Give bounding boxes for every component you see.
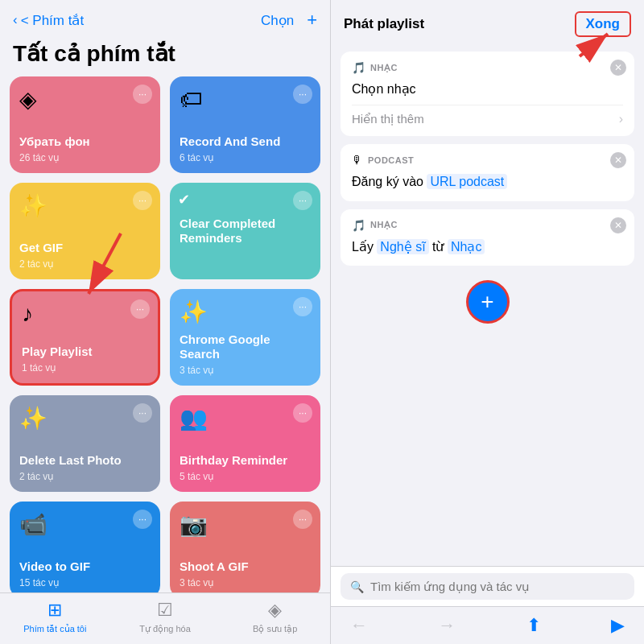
chevron-left-icon: ‹ bbox=[13, 12, 18, 28]
gallery-icon: ◈ bbox=[268, 600, 282, 621]
card-subtitle: 5 tác vụ bbox=[180, 471, 311, 482]
card-title: Video to GIF bbox=[19, 559, 151, 574]
right-panel: Phát playlist Xong 🎵 NHẠC ✕ Chọn nhạc Hi… bbox=[330, 0, 644, 644]
music-icon: ♪ bbox=[22, 301, 148, 327]
action-main-text: Đăng ký vào URL podcast bbox=[352, 173, 623, 191]
card-title: Убрать фон bbox=[19, 134, 151, 149]
shortcut-card-birthday[interactable]: ··· 👥 Birthday Reminder 5 tác vụ bbox=[170, 395, 320, 492]
check-icon: ✔ bbox=[178, 191, 190, 208]
podcast-icon: 🎙 bbox=[352, 154, 363, 167]
shortcut-card-video-gif[interactable]: ··· 📹 Video to GIF 15 tác vụ bbox=[10, 502, 160, 592]
card-icon: 🏷 bbox=[180, 86, 311, 113]
redo-button[interactable]: → bbox=[438, 615, 456, 636]
nav-gallery[interactable]: ◈ Bộ sưu tập bbox=[220, 600, 330, 634]
nav-label: Bộ sưu tập bbox=[253, 624, 297, 634]
add-action-button[interactable]: + bbox=[466, 280, 510, 324]
shortcut-card-play-playlist[interactable]: ··· ♪ Play Playlist 1 tác vụ bbox=[10, 289, 160, 386]
card-subtitle: 26 tác vụ bbox=[19, 152, 151, 163]
card-title: Delete Last Photo bbox=[19, 453, 151, 468]
nav-label: Tự động hóa bbox=[139, 624, 191, 634]
category-label: NHẠC bbox=[370, 63, 398, 73]
nav-label: Phím tắt của tôi bbox=[23, 624, 86, 634]
card-more-button[interactable]: ··· bbox=[293, 191, 312, 210]
right-content: 🎵 NHẠC ✕ Chọn nhạc Hiển thị thêm › 🎙 POD… bbox=[331, 45, 644, 566]
card-subtitle: 1 tác vụ bbox=[22, 362, 148, 374]
right-header: Phát playlist Xong bbox=[331, 0, 644, 45]
music-highlight[interactable]: Nhạc bbox=[448, 239, 485, 254]
card-more-button[interactable]: ··· bbox=[133, 403, 152, 423]
shortcut-card-remove-bg[interactable]: ··· ◈ Убрать фон 26 tác vụ bbox=[10, 76, 160, 173]
automation-icon: ☑ bbox=[157, 600, 173, 621]
action-card-podcast: 🎙 PODCAST ✕ Đăng ký vào URL podcast bbox=[341, 144, 634, 200]
card-subtitle: 3 tác vụ bbox=[180, 577, 311, 588]
undo-button[interactable]: ← bbox=[350, 615, 368, 636]
card-icon: ✨ bbox=[180, 299, 311, 325]
card-icon: ✨ bbox=[19, 405, 151, 431]
action-close-button[interactable]: ✕ bbox=[610, 60, 626, 76]
add-shortcut-button[interactable]: + bbox=[307, 10, 317, 31]
action-main-text: Chọn nhạc bbox=[352, 80, 623, 98]
action-card-chon-nhac: 🎵 NHẠC ✕ Chọn nhạc Hiển thị thêm › bbox=[341, 52, 634, 136]
card-subtitle: 2 tác vụ bbox=[19, 471, 151, 482]
action-card-lay-nghe-si: 🎵 NHẠC ✕ Lấy Nghệ sĩ từ Nhạc bbox=[341, 209, 634, 266]
back-label: < Phím tắt bbox=[21, 12, 85, 29]
shortcut-card-chrome-search[interactable]: ··· ✨ Chrome Google Search 3 tác vụ bbox=[170, 289, 320, 386]
card-title: Record And Send bbox=[180, 134, 311, 149]
card-more-button[interactable]: ··· bbox=[293, 403, 312, 423]
card-subtitle: 6 tác vụ bbox=[180, 152, 311, 163]
card-more-button[interactable]: ··· bbox=[133, 510, 152, 529]
action-close-button[interactable]: ✕ bbox=[610, 217, 626, 233]
back-button[interactable]: ‹ < Phím tắt bbox=[13, 12, 84, 29]
nav-automation[interactable]: ☑ Tự động hóa bbox=[110, 600, 221, 634]
card-icon: ✨ bbox=[19, 192, 151, 219]
card-subtitle: 3 tác vụ bbox=[180, 365, 311, 376]
header-actions: Chọn + bbox=[261, 10, 317, 31]
search-input-row: 🔍 bbox=[341, 573, 634, 600]
expand-label: Hiển thị thêm bbox=[352, 112, 424, 126]
play-button[interactable]: ▶ bbox=[611, 615, 625, 636]
card-title: Get GIF bbox=[19, 241, 151, 255]
category-label: PODCAST bbox=[368, 155, 414, 165]
search-icon: 🔍 bbox=[350, 580, 364, 593]
right-panel-title: Phát playlist bbox=[344, 16, 424, 32]
nav-my-shortcuts[interactable]: ⊞ Phím tắt của tôi bbox=[0, 600, 110, 634]
card-icon: 📷 bbox=[180, 511, 311, 538]
card-icon: 👥 bbox=[180, 405, 311, 431]
shortcut-card-delete-photo[interactable]: ··· ✨ Delete Last Photo 2 tác vụ bbox=[10, 395, 160, 492]
search-input[interactable] bbox=[370, 580, 625, 593]
card-icon: 📹 bbox=[19, 511, 151, 538]
chevron-right-icon: › bbox=[619, 112, 623, 126]
card-more-button[interactable]: ··· bbox=[133, 191, 152, 210]
shortcuts-grid: ··· ◈ Убрать фон 26 tác vụ ··· 🏷 Record … bbox=[0, 76, 330, 592]
search-bar: 🔍 bbox=[331, 566, 644, 606]
url-highlight[interactable]: URL podcast bbox=[427, 174, 507, 189]
grid-icon: ⊞ bbox=[47, 600, 62, 621]
artist-highlight[interactable]: Nghệ sĩ bbox=[377, 239, 428, 254]
card-more-button[interactable]: ··· bbox=[130, 299, 150, 319]
action-expand-row[interactable]: Hiển thị thêm › bbox=[352, 105, 623, 126]
action-card-header: 🎵 NHẠC bbox=[352, 61, 623, 74]
shortcut-card-clear-reminders[interactable]: ··· ✔ Clear Completed Reminders bbox=[170, 183, 320, 279]
shortcut-card-shoot-gif[interactable]: ··· 📷 Shoot A GIF 3 tác vụ bbox=[170, 502, 320, 592]
card-title: Clear Completed Reminders bbox=[180, 217, 311, 246]
shortcut-card-record-send[interactable]: ··· 🏷 Record And Send 6 tác vụ bbox=[170, 76, 320, 173]
shortcut-card-get-gif[interactable]: ··· ✨ Get GIF 2 tác vụ bbox=[10, 183, 160, 279]
music-icon: 🎵 bbox=[352, 219, 365, 232]
card-more-button[interactable]: ··· bbox=[133, 85, 152, 104]
chon-button[interactable]: Chọn bbox=[261, 12, 294, 29]
card-title: Chrome Google Search bbox=[180, 332, 311, 361]
action-close-button[interactable]: ✕ bbox=[610, 152, 626, 168]
card-more-button[interactable]: ··· bbox=[293, 297, 312, 316]
action-card-header: 🎙 PODCAST bbox=[352, 154, 623, 167]
share-button[interactable]: ⬆ bbox=[526, 615, 541, 636]
category-label: NHẠC bbox=[370, 220, 398, 230]
action-main-text: Lấy Nghệ sĩ từ Nhạc bbox=[352, 238, 623, 256]
bottom-toolbar: ← → ⬆ ▶ bbox=[331, 606, 644, 644]
card-title: Play Playlist bbox=[22, 345, 148, 359]
xong-button[interactable]: Xong bbox=[575, 11, 632, 37]
music-icon: 🎵 bbox=[352, 61, 365, 74]
card-more-button[interactable]: ··· bbox=[293, 510, 312, 529]
page-title: Tất cả phím tắt bbox=[0, 37, 330, 76]
card-more-button[interactable]: ··· bbox=[293, 85, 312, 104]
bottom-navigation: ⊞ Phím tắt của tôi ☑ Tự động hóa ◈ Bộ sư… bbox=[0, 592, 330, 644]
